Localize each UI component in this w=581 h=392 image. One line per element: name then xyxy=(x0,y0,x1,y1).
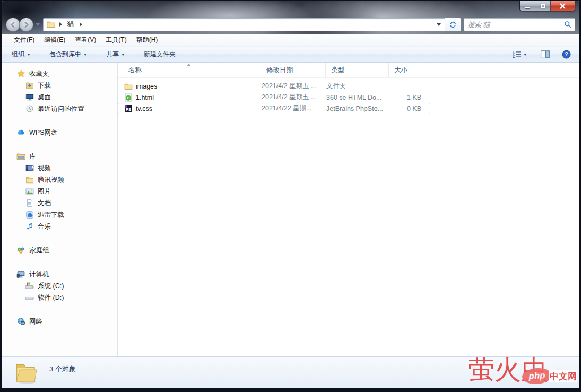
sidebar-group-label: 计算机 xyxy=(29,270,49,279)
status-bar: 3 个对象 萤火虫 php 中文网 xyxy=(2,356,579,388)
file-date: 2021/4/2 星期五 ... xyxy=(262,82,326,91)
folder-large-icon xyxy=(13,361,38,385)
close-icon xyxy=(560,3,566,9)
explorer-window: 猫 xyxy=(0,0,581,392)
svg-text:PS: PS xyxy=(126,107,131,111)
php-badge: php xyxy=(522,367,552,385)
breadcrumb-expand-icon[interactable] xyxy=(80,22,82,27)
sidebar-group-label: 网络 xyxy=(29,317,42,326)
organize-label: 组织 xyxy=(12,50,24,59)
music-icon xyxy=(25,222,34,231)
address-history-dropdown[interactable] xyxy=(433,19,445,31)
address-bar[interactable]: 猫 xyxy=(43,18,461,31)
svg-text:?: ? xyxy=(565,51,568,57)
sidebar-group-wps-cloud[interactable]: WPS网盘 xyxy=(2,127,117,138)
sidebar-item-label: 文档 xyxy=(38,199,51,208)
close-button[interactable] xyxy=(551,1,575,11)
file-type: 文件夹 xyxy=(326,82,389,91)
file-name: images xyxy=(136,83,157,90)
menu-file[interactable]: 文件(F) xyxy=(9,34,39,46)
file-date: 2021/4/2 星期五 ... xyxy=(262,93,326,102)
computer-icon xyxy=(16,270,25,279)
search-icon[interactable] xyxy=(564,21,571,28)
sidebar-item-label: 音乐 xyxy=(38,222,51,231)
preview-pane-button[interactable] xyxy=(537,49,553,60)
refresh-button[interactable] xyxy=(445,18,461,31)
new-folder-button[interactable]: 新建文件夹 xyxy=(139,48,180,61)
navigation-bar: 猫 xyxy=(2,17,579,32)
sidebar-item-label: 下载 xyxy=(38,81,51,90)
menu-tools[interactable]: 工具(T) xyxy=(101,34,131,46)
help-icon: ? xyxy=(562,50,571,59)
minimize-icon xyxy=(525,7,530,8)
sidebar-item-system-c-drive[interactable]: 系统 (C:) xyxy=(2,280,117,292)
back-button[interactable] xyxy=(6,18,20,32)
folder-icon xyxy=(124,82,133,91)
help-button[interactable]: ? xyxy=(559,48,574,60)
file-row-tv-css[interactable]: PS tv.css 2021/4/22 星期... JetBrains PhpS… xyxy=(118,103,430,114)
window-controls xyxy=(519,1,575,11)
network-icon xyxy=(16,317,25,326)
organize-button[interactable]: 组织 xyxy=(7,48,35,61)
file-row-images[interactable]: images 2021/4/2 星期五 ... 文件夹 xyxy=(118,81,430,92)
svg-text:e: e xyxy=(127,95,130,100)
forward-arrow-icon xyxy=(23,21,30,28)
maximize-icon xyxy=(541,4,545,8)
sidebar-group-network[interactable]: 网络 xyxy=(2,316,117,327)
share-label: 共享 xyxy=(106,50,119,59)
sidebar-group-homegroup[interactable]: 家庭组 xyxy=(2,245,117,256)
videos-icon xyxy=(25,164,34,173)
maximize-button[interactable] xyxy=(535,1,551,11)
search-box[interactable] xyxy=(464,18,575,31)
include-in-library-button[interactable]: 包含到库中 xyxy=(45,48,92,61)
drive-icon xyxy=(25,293,34,302)
sidebar-group-favorites[interactable]: 收藏夹 xyxy=(2,68,117,80)
sidebar-item-tencent-video[interactable]: 腾讯视频 xyxy=(2,174,117,186)
homegroup-icon xyxy=(16,246,25,255)
file-name: 1.html xyxy=(136,94,154,101)
sidebar-item-label: 图片 xyxy=(38,187,51,196)
new-folder-label: 新建文件夹 xyxy=(144,50,176,59)
sidebar-group-label: WPS网盘 xyxy=(29,128,57,137)
chevron-down-icon xyxy=(122,54,125,56)
recent-places-icon xyxy=(25,104,34,114)
file-row-1-html[interactable]: e 1.html 2021/4/2 星期五 ... 360 se HTML Do… xyxy=(118,92,430,103)
preview-pane-icon xyxy=(541,50,550,58)
sidebar-item-pictures[interactable]: 图片 xyxy=(2,186,117,197)
sidebar-item-thunder-download[interactable]: 迅雷下载 xyxy=(2,209,117,221)
menu-edit[interactable]: 编辑(E) xyxy=(39,34,70,46)
sidebar-group-computer[interactable]: 计算机 xyxy=(2,268,117,280)
column-header-date-modified[interactable]: 修改日期 xyxy=(261,63,326,77)
chevron-down-icon xyxy=(27,54,30,56)
sidebar-item-videos[interactable]: 视频 xyxy=(2,162,117,174)
minimize-button[interactable] xyxy=(520,1,535,11)
html-360-icon: e xyxy=(124,93,133,102)
sidebar-item-label: 桌面 xyxy=(38,93,51,102)
change-view-button[interactable] xyxy=(509,49,530,60)
sidebar-item-documents[interactable]: 文档 xyxy=(2,197,117,209)
thunder-icon xyxy=(25,211,34,220)
search-input[interactable] xyxy=(467,21,564,29)
star-icon xyxy=(16,69,25,79)
breadcrumb-folder[interactable]: 猫 xyxy=(66,19,75,30)
sidebar-item-recent-places[interactable]: 最近访问的位置 xyxy=(2,103,117,115)
sidebar-item-desktop[interactable]: 桌面 xyxy=(2,91,117,103)
watermark-suffix: 中文网 xyxy=(549,370,577,382)
column-header-type[interactable]: 类型 xyxy=(326,63,389,77)
documents-icon xyxy=(25,199,34,208)
sidebar-group-libraries[interactable]: 库 xyxy=(2,151,117,162)
sidebar-item-downloads[interactable]: 下载 xyxy=(2,80,117,91)
forward-button[interactable] xyxy=(19,18,33,32)
downloads-icon xyxy=(25,81,34,90)
menu-view[interactable]: 查看(V) xyxy=(70,34,101,46)
breadcrumb-separator-icon xyxy=(59,22,62,27)
watermark: 萤火虫 php 中文网 xyxy=(468,356,577,387)
share-button[interactable]: 共享 xyxy=(101,48,129,61)
sidebar-item-label: 视频 xyxy=(38,164,51,173)
sidebar-item-music[interactable]: 音乐 xyxy=(2,221,117,232)
recent-pages-dropdown[interactable] xyxy=(36,23,40,26)
menu-help[interactable]: 帮助(H) xyxy=(132,34,163,46)
folder-icon xyxy=(25,176,34,185)
column-header-size[interactable]: 大小 xyxy=(389,63,430,77)
sidebar-item-software-d-drive[interactable]: 软件 (D:) xyxy=(2,292,117,303)
